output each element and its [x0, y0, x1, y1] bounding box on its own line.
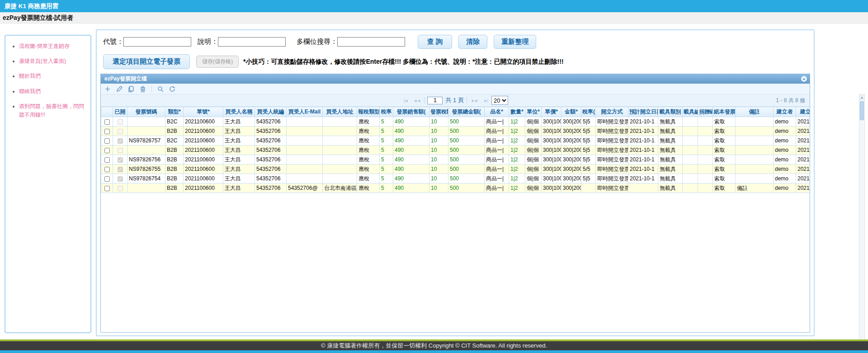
cell-type[interactable]: B2B [165, 165, 184, 174]
issue-invoice-button[interactable]: 選定項目開立電子發票 [103, 54, 190, 69]
cell-carrier_no[interactable] [683, 174, 698, 184]
cell-total_amt[interactable]: 500 [448, 184, 485, 193]
col-header-buyer_email[interactable]: 買受人E-Mail [287, 107, 323, 117]
cell-tax_amt[interactable]: 10 [429, 117, 448, 127]
cell-qty[interactable]: 1|2 [509, 136, 525, 146]
cell-item_rate[interactable]: 5/5 [581, 165, 596, 174]
cell-tax_amt[interactable]: 10 [429, 155, 448, 165]
query-button[interactable]: 查 詢 [418, 35, 452, 49]
cell-invoice_no[interactable]: NS97826757 [127, 136, 165, 146]
cell-donate[interactable] [698, 184, 713, 193]
cell-buyer_id[interactable]: 54352706 [255, 165, 287, 174]
cell-creator[interactable]: demo [774, 155, 796, 165]
cell-unit_price[interactable]: 300|100 [542, 155, 561, 165]
cell-paper[interactable]: 索取 [713, 136, 736, 146]
multi-search-input[interactable] [337, 37, 405, 47]
cell-issue_mode[interactable]: 即時開立發票 [596, 155, 628, 165]
cell-creator[interactable]: demo [774, 127, 796, 136]
cell-buyer_email[interactable] [287, 136, 323, 146]
cell-order_no[interactable]: 2021100600 [184, 184, 223, 193]
cell-donate[interactable] [698, 146, 713, 155]
cell-tax_type[interactable]: 應稅 [357, 184, 380, 193]
add-icon[interactable] [104, 86, 111, 92]
cell-remark[interactable]: 備註 [736, 184, 774, 193]
cell-tax_rate[interactable]: 5 [380, 136, 393, 146]
cell-carrier_no[interactable] [683, 127, 698, 136]
cell-tax_rate[interactable]: 5 [380, 165, 393, 174]
col-header-amount[interactable]: 金額* [561, 107, 581, 117]
cell-buyer_addr[interactable] [323, 117, 357, 127]
cell-tax_amt[interactable]: 10 [429, 165, 448, 174]
cell-item_name[interactable]: 商品一| [485, 184, 509, 193]
cell-item_name[interactable]: 商品一| [485, 127, 509, 136]
cell-buyer_email[interactable] [287, 174, 323, 184]
cell-item_name[interactable]: 商品一| [485, 165, 509, 174]
cell-buyer_id[interactable]: 54352706 [255, 146, 287, 155]
cell-buyer_addr[interactable]: 台北市南港區 [323, 184, 357, 193]
col-header-tax_amt[interactable]: 發票稅額 [429, 107, 448, 117]
cell-total_amt[interactable]: 500 [448, 155, 485, 165]
cell-carrier_no[interactable] [683, 146, 698, 155]
cell-amount[interactable]: 300|200 [561, 184, 581, 193]
cell-type[interactable]: B2B [165, 184, 184, 193]
cell-tax_amt[interactable]: 10 [429, 127, 448, 136]
cell-paper[interactable]: 索取 [713, 117, 736, 127]
cell-unit_price[interactable]: 300|100 [542, 117, 561, 127]
copy-icon[interactable] [128, 86, 134, 92]
next-page-icon[interactable]: ►► [470, 98, 480, 103]
cell-buyer_email[interactable] [287, 146, 323, 155]
cell-remark[interactable] [736, 136, 774, 146]
cell-creator[interactable]: demo [774, 117, 796, 127]
cell-invoice_no[interactable]: NS97826755 [127, 165, 165, 174]
cell-total_amt[interactable]: 500 [448, 165, 485, 174]
cell-remark[interactable] [736, 127, 774, 136]
cell-tax_type[interactable]: 應稅 [357, 127, 380, 136]
col-header-buyer_id[interactable]: 買受人統編 [255, 107, 287, 117]
cell-created[interactable]: 2021-10-1 [796, 165, 810, 174]
cell-unit[interactable]: 個|個 [525, 136, 542, 146]
col-header-sales_amt[interactable]: 發票銷售額( [393, 107, 429, 117]
cell-buyer_addr[interactable] [323, 174, 357, 184]
page-input[interactable] [427, 97, 443, 104]
cell-carrier_no[interactable] [683, 165, 698, 174]
cell-type[interactable]: B2B [165, 174, 184, 184]
cell-buyer_email[interactable] [287, 117, 323, 127]
clear-button[interactable]: 清除 [458, 35, 487, 49]
cell-invoice_no[interactable]: NS97826754 [127, 174, 165, 184]
col-header-qty[interactable]: 數量* [509, 107, 525, 117]
cell-unit[interactable]: 個|個 [525, 184, 542, 193]
cell-amount[interactable]: 300|200 [561, 155, 581, 165]
cell-order_no[interactable]: 2021100600 [184, 174, 223, 184]
cell-total_amt[interactable]: 500 [448, 117, 485, 127]
cell-unit_price[interactable]: 300|100 [542, 127, 561, 136]
cell-qty[interactable]: 1|2 [509, 117, 525, 127]
cell-carrier_no[interactable] [683, 155, 698, 165]
cell-type[interactable]: B2B [165, 155, 184, 165]
cell-issue_mode[interactable]: 即時開立發票 [596, 127, 628, 136]
row-select-checkbox[interactable] [104, 176, 110, 182]
row-select-checkbox[interactable] [104, 186, 110, 191]
cell-sales_amt[interactable]: 490 [393, 165, 429, 174]
cell-sales_amt[interactable]: 490 [393, 136, 429, 146]
cell-buyer_name[interactable]: 王大昌 [223, 184, 255, 193]
cell-tax_amt[interactable]: 10 [429, 146, 448, 155]
cell-carrier_no[interactable] [683, 136, 698, 146]
cell-tax_rate[interactable]: 5 [380, 127, 393, 136]
cell-item_name[interactable]: 商品一| [485, 136, 509, 146]
cell-buyer_addr[interactable] [323, 146, 357, 155]
cell-carrier_no[interactable] [683, 117, 698, 127]
cell-buyer_email[interactable] [287, 165, 323, 174]
cell-buyer_addr[interactable] [323, 136, 357, 146]
cell-tax_type[interactable]: 應稅 [357, 136, 380, 146]
cell-tax_amt[interactable]: 10 [429, 174, 448, 184]
vertical-scrollbar[interactable]: ▲ ▼ [859, 94, 865, 347]
cell-creator[interactable]: demo [774, 165, 796, 174]
cell-creator[interactable]: demo [774, 146, 796, 155]
cell-paper[interactable]: 索取 [713, 155, 736, 165]
cell-tax_type[interactable]: 應稅 [357, 117, 380, 127]
cell-total_amt[interactable]: 500 [448, 146, 485, 155]
cell-buyer_addr[interactable] [323, 127, 357, 136]
cell-carrier_no[interactable] [683, 184, 698, 193]
cell-tax_rate[interactable]: 5 [380, 155, 393, 165]
cell-type[interactable]: B2B [165, 127, 184, 136]
